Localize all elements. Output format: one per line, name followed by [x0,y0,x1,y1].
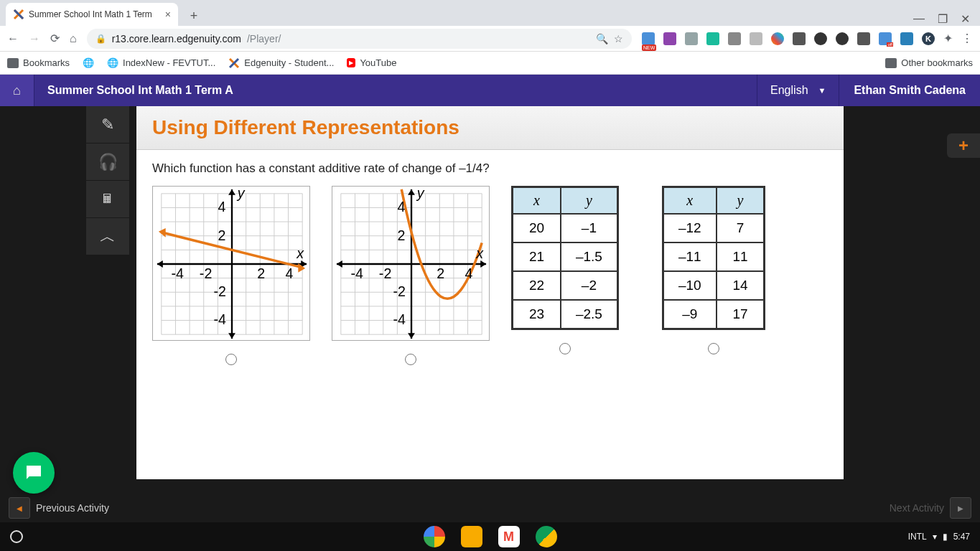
option-a-radio[interactable] [225,354,237,365]
ext-shield1-icon[interactable] [814,32,827,45]
star-icon[interactable]: ☆ [614,33,623,44]
svg-text:4: 4 [286,265,294,281]
svg-text:y: y [236,187,246,201]
svg-text:x: x [296,245,304,261]
highlighter-tool[interactable]: ✎ [86,106,129,143]
ext-robot-icon[interactable] [728,32,741,45]
svg-marker-25 [228,333,235,339]
table-row: –1014 [663,271,765,300]
language-dropdown[interactable]: English ▼ [757,75,839,106]
chrome-app-icon[interactable] [424,526,445,547]
forward-icon[interactable]: → [29,32,40,45]
content-page: Using Different Representations Which fu… [136,106,844,479]
ext-screencast-icon[interactable] [706,32,719,45]
graph-parabola: -4-224 24-2-4 xy [332,186,490,341]
table-row: –917 [663,300,765,329]
chat-button[interactable] [13,452,55,494]
tool-rail: ✎ 🎧 🖩 ︿ [86,106,129,494]
svg-marker-63 [408,189,415,195]
launcher-button[interactable] [10,530,23,543]
extensions-puzzle-icon[interactable]: ✦ [943,32,953,45]
maximize-icon[interactable]: ❐ [938,12,948,26]
ext-doc-icon[interactable] [793,32,806,45]
next-activity-label: Next Activity [890,502,944,514]
svg-marker-24 [228,189,235,195]
table-row: 20–1 [513,214,618,242]
triangle-right-icon: ▶ [958,504,963,512]
svg-marker-62 [337,260,342,268]
ext-arrow-icon[interactable] [750,32,762,45]
add-note-button[interactable]: + [947,133,980,158]
table-row: –1111 [663,242,765,271]
question-area: Which function has a constant additive r… [136,150,844,377]
url-path: /Player/ [247,33,281,44]
ext-gray-icon[interactable] [685,32,698,45]
activity-nav: ◀ Previous Activity Next Activity ▶ [0,494,980,522]
chat-icon [23,462,45,484]
triangle-left-icon: ◀ [17,504,22,512]
address-bar[interactable]: 🔒 r13.core.learn.edgenuity.com/Player/ 🔍… [87,29,632,49]
ext-v-icon[interactable] [900,32,913,45]
reload-icon[interactable]: ⟳ [50,32,60,45]
next-activity-button[interactable]: ▶ [950,497,971,519]
read-aloud-tool[interactable]: 🎧 [86,143,129,181]
option-c: xy 20–1 21–1.5 22–2 23–2.5 [511,186,619,354]
drive-app-icon[interactable] [536,526,557,547]
new-tab-button[interactable]: + [184,6,204,26]
ext-play-icon[interactable] [857,32,870,45]
calculator-icon: 🖩 [101,192,114,207]
prev-activity-button[interactable]: ◀ [9,497,30,519]
ext-k-icon[interactable]: K [922,32,935,45]
svg-text:-2: -2 [200,265,212,281]
ext-new[interactable]: NEW [642,32,655,45]
minimize-icon[interactable]: — [913,12,925,26]
status-tray[interactable]: INTL ▾ ▮ 5:47 [908,532,970,542]
browser-tab-active[interactable]: Summer School Int Math 1 Term × [6,3,178,26]
bookmark-youtube[interactable]: ▶YouTube [347,57,396,68]
zoom-icon[interactable]: 🔍 [596,33,608,44]
back-icon[interactable]: ← [7,32,19,45]
bookmark-globe1[interactable]: 🌐 [83,57,94,68]
ext-off-icon[interactable]: off [879,32,892,45]
svg-text:4: 4 [465,265,473,281]
ext-purple-icon[interactable] [663,32,676,45]
ext-shield2-icon[interactable] [836,32,849,45]
bookmark-edgenuity[interactable]: Edgenuity - Student... [228,57,334,69]
svg-text:4: 4 [218,199,225,215]
prev-activity-label: Previous Activity [36,502,109,514]
svg-text:y: y [416,187,425,201]
bookmarks-folder[interactable]: Bookmarks [7,57,70,68]
close-tab-icon[interactable]: × [165,9,171,20]
option-b-radio[interactable] [405,354,416,365]
close-window-icon[interactable]: ✕ [961,12,970,26]
other-bookmarks[interactable]: Other bookmarks [885,57,973,68]
table-c: xy 20–1 21–1.5 22–2 23–2.5 [511,186,619,330]
ext-color-icon[interactable] [771,32,784,45]
app-header: ⌂ Summer School Int Math 1 Term A Englis… [0,75,980,106]
browser-menu-icon[interactable]: ⋮ [961,32,973,45]
table-row: 23–2.5 [513,300,618,329]
option-a: -4-224 24-2-4 xy [152,186,310,365]
gmail-app-icon[interactable]: M [498,526,520,547]
option-d: xy –127 –1111 –1014 –917 [662,186,766,354]
globe-icon: 🌐 [83,57,94,68]
option-d-radio[interactable] [708,343,719,354]
battery-icon: ▮ [943,532,948,542]
pencil-icon: ✎ [101,116,114,134]
calculator-tool[interactable]: 🖩 [86,181,129,218]
collapse-tool[interactable]: ︿ [86,218,129,255]
bookmark-indexnew[interactable]: 🌐IndexNew - FEVTUT... [107,57,215,68]
url-host: r13.core.learn.edgenuity.com [112,33,241,44]
shelf-apps: M [424,526,557,547]
folder-icon [7,58,19,68]
app-home-button[interactable]: ⌂ [0,75,34,106]
table-d: xy –127 –1111 –1014 –917 [662,186,766,330]
plus-icon: + [958,136,969,156]
option-c-radio[interactable] [559,343,571,354]
svg-text:-4: -4 [351,265,364,281]
home-icon[interactable]: ⌂ [70,32,77,45]
classroom-app-icon[interactable] [461,526,482,547]
extensions-area: NEW off K ✦ ⋮ [642,32,973,45]
svg-marker-61 [480,260,486,268]
globe-icon: 🌐 [107,57,118,68]
